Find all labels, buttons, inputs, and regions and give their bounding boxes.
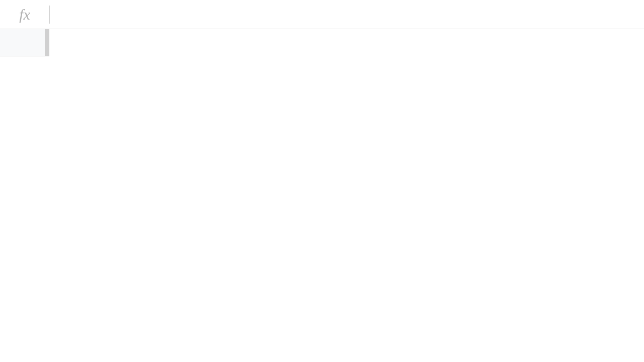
- formula-bar: fx: [0, 0, 644, 29]
- spreadsheet-grid: [0, 29, 644, 56]
- formula-divider: [49, 6, 50, 24]
- fx-icon[interactable]: fx: [0, 6, 49, 23]
- select-all-corner[interactable]: [0, 29, 49, 56]
